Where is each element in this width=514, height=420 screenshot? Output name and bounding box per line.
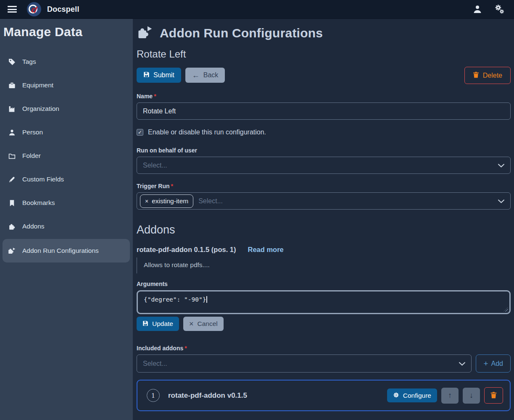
sidebar-nav: Tags Equipment Organization Person: [0, 50, 133, 262]
user-account-icon[interactable]: [470, 2, 485, 16]
admin-gears-icon[interactable]: [492, 2, 506, 16]
arrow-left-icon: ←: [192, 71, 200, 79]
addon-description: Allows to rotate pdfs....: [137, 257, 511, 273]
save-icon: [142, 320, 148, 328]
sidebar-item-label: Bookmarks: [22, 199, 55, 207]
folder-icon: [8, 152, 16, 160]
arguments-label: Arguments: [137, 281, 511, 287]
enable-checkbox[interactable]: ✓: [137, 129, 143, 136]
sidebar-item-label: Organization: [22, 105, 59, 113]
main-content: Addon Run Configurations Rotate Left Sub…: [133, 19, 514, 420]
sidebar-item-label: Person: [22, 129, 43, 136]
gear-icon: [393, 392, 399, 399]
included-addons-label: Included addons*: [137, 345, 511, 352]
top-navbar: d Docspell: [0, 0, 514, 19]
move-up-button[interactable]: ↑: [441, 388, 459, 404]
move-down-button[interactable]: ↓: [463, 388, 480, 404]
chevron-down-icon: [498, 197, 504, 205]
sidebar: Manage Data Tags Equipment Organization: [0, 19, 133, 420]
arrow-down-icon: ↓: [469, 391, 473, 400]
position-badge: 1: [147, 389, 160, 402]
organization-icon: [8, 105, 16, 113]
run-on-behalf-select[interactable]: Select...: [137, 157, 511, 174]
chevron-down-icon: [459, 360, 465, 368]
included-addons-select[interactable]: Select...: [137, 354, 472, 373]
close-icon: ×: [189, 320, 194, 328]
sidebar-item-addon-run-configurations[interactable]: Addon Run Configurations: [3, 239, 130, 262]
sidebar-item-equipment[interactable]: Equipment: [0, 74, 133, 97]
trigger-run-select[interactable]: × existing-item Select...: [137, 192, 511, 210]
update-button[interactable]: Update: [137, 317, 179, 331]
name-input[interactable]: [137, 102, 511, 120]
person-icon: [8, 129, 16, 136]
read-more-link[interactable]: Read more: [248, 246, 284, 254]
save-icon: [143, 71, 150, 79]
text-cursor: [206, 296, 207, 303]
enable-checkbox-label: Enable or disable this run configuration…: [148, 129, 266, 136]
config-name-subtitle: Rotate Left: [137, 48, 511, 60]
chevron-down-icon: [498, 162, 504, 169]
sidebar-item-custom-fields[interactable]: Custom Fields: [0, 168, 133, 191]
hamburger-menu-icon[interactable]: [8, 6, 17, 13]
plus-icon: +: [483, 359, 488, 368]
included-addon-row: 1 rotate-pdf-addon v0.1.5: [137, 380, 511, 411]
puzzle-run-icon: [8, 247, 16, 255]
docspell-logo: d: [27, 2, 41, 16]
trash-icon: [473, 71, 479, 79]
arguments-textarea[interactable]: {"degree": "-90"}: [137, 290, 511, 314]
sidebar-item-bookmarks[interactable]: Bookmarks: [0, 191, 133, 215]
sidebar-item-label: Addon Run Configurations: [22, 247, 99, 255]
sidebar-item-label: Addons: [22, 223, 45, 230]
brand-name: Docspell: [47, 5, 79, 14]
sidebar-item-folder[interactable]: Folder: [0, 144, 133, 168]
sidebar-item-label: Folder: [22, 152, 41, 160]
puzzle-run-title-icon: [137, 25, 153, 42]
puzzle-icon: [8, 223, 16, 231]
sidebar-item-person[interactable]: Person: [0, 121, 133, 144]
trash-icon: [490, 391, 497, 400]
required-asterisk: *: [171, 183, 173, 189]
sidebar-item-organization[interactable]: Organization: [0, 97, 133, 121]
remove-chip-icon[interactable]: ×: [145, 198, 148, 205]
remove-addon-button[interactable]: [484, 387, 503, 404]
back-button[interactable]: ← Back: [185, 68, 225, 83]
equipment-icon: [8, 82, 16, 89]
page-title: Addon Run Configurations: [160, 26, 323, 40]
addon-title: rotate-pdf-addon 0.1.5 (pos. 1): [137, 246, 236, 254]
sidebar-item-label: Tags: [22, 58, 36, 66]
selected-trigger-chip[interactable]: × existing-item: [140, 194, 193, 208]
bookmark-icon: [8, 200, 16, 207]
delete-button[interactable]: Delete: [464, 67, 511, 84]
required-asterisk: *: [154, 93, 156, 100]
add-addon-button[interactable]: + Add: [476, 354, 511, 373]
sidebar-title: Manage Data: [0, 23, 133, 43]
sidebar-item-tags[interactable]: Tags: [0, 50, 133, 74]
name-label: Name*: [137, 93, 511, 100]
submit-button[interactable]: Submit: [137, 68, 181, 83]
sidebar-item-label: Equipment: [22, 81, 53, 89]
sidebar-item-label: Custom Fields: [22, 176, 64, 183]
pen-icon: [8, 176, 16, 183]
trigger-run-label: Trigger Run*: [137, 183, 511, 189]
configure-button[interactable]: Configure: [387, 388, 437, 403]
arrow-up-icon: ↑: [448, 391, 452, 400]
tag-icon: [8, 58, 16, 66]
check-icon: ✓: [138, 130, 142, 135]
sidebar-item-addons[interactable]: Addons: [0, 215, 133, 238]
cancel-button[interactable]: × Cancel: [183, 317, 224, 331]
run-on-behalf-label: Run on behalf of user: [137, 147, 511, 154]
required-asterisk: *: [185, 345, 187, 352]
addon-row-name: rotate-pdf-addon v0.1.5: [168, 391, 387, 400]
addons-section-heading: Addons: [137, 223, 511, 236]
